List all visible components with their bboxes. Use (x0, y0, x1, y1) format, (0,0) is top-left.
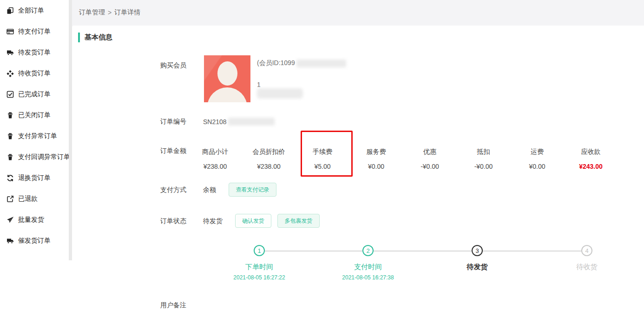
sidebar-item-batch-shipment[interactable]: 批量发货 (0, 209, 69, 230)
refresh-icon (7, 174, 14, 182)
step-timestamp: 2021-08-05 16:27:38 (317, 274, 419, 281)
user-remark-label: 用户备注 (160, 301, 186, 310)
step-circle: 3 (472, 245, 483, 256)
redacted-member-contact (257, 88, 303, 99)
avatar-torso-shape (207, 87, 247, 102)
amount-col-name: 服务费 (351, 147, 402, 156)
trash-icon (7, 153, 14, 161)
amount-col-value: ¥238.00 (243, 163, 295, 170)
send-icon (7, 216, 14, 224)
order-no-value: SN2108 (203, 118, 227, 126)
view-payment-records-button[interactable]: 查看支付记录 (229, 183, 276, 197)
redacted-member-id (296, 60, 346, 67)
amount-col-name: 应收款 (565, 147, 617, 156)
step-circle: 4 (581, 245, 592, 256)
step-label: 待发货 (426, 263, 528, 271)
sidebar-item-label: 已关闭订单 (18, 111, 51, 119)
amount-columns: 商品小计 ¥238.00 会员折扣价 ¥238.00 手续费 ¥5.00 服务费… (190, 147, 617, 170)
member-row-label: 购买会员 (160, 61, 186, 70)
sidebar-item-label: 已完成订单 (18, 90, 51, 99)
amount-col-deduction: 抵扣 -¥0.00 (458, 147, 509, 170)
section-title-text: 基本信息 (85, 33, 112, 42)
copy-icon (7, 7, 14, 14)
step-circle: 2 (362, 245, 374, 256)
member-id-text: (会员ID:1099 (257, 59, 295, 67)
amount-row-label: 订单金额 (160, 147, 186, 155)
step-order-time: 1 下单时间 2021-08-05 16:27:22 (208, 245, 310, 281)
amount-col-name: 商品小计 (190, 147, 241, 156)
amount-col-name: 运费 (512, 147, 563, 156)
step-pending-shipment: 3 待发货 (426, 245, 528, 274)
sidebar-item-label: 批量发货 (18, 216, 44, 224)
sidebar-item-returns[interactable]: 退换货订单 (0, 167, 69, 188)
step-timestamp: 2021-08-05 16:27:22 (208, 274, 310, 281)
section-title: 基本信息 (78, 33, 112, 42)
sidebar-item-pending-shipment[interactable]: 待发货订单 (0, 42, 69, 63)
payment-method-value: 余额 (203, 186, 216, 194)
sidebar-item-callback-exception[interactable]: 支付回调异常订单 (0, 146, 69, 167)
sidebar-item-payment-exception[interactable]: 支付异常订单 (0, 126, 69, 146)
sidebar-item-completed[interactable]: 已完成订单 (0, 84, 69, 105)
amount-col-discount: 优惠 -¥0.00 (404, 147, 455, 170)
step-label: 支付时间 (317, 263, 419, 271)
amount-col-subtotal: 商品小计 ¥238.00 (190, 147, 241, 170)
sidebar-item-label: 全部订单 (18, 7, 44, 15)
amount-col-value-receivable: ¥243.00 (565, 163, 617, 170)
sidebar-item-label: 退换货订单 (18, 174, 51, 182)
amount-col-value: ¥238.00 (190, 163, 241, 170)
sidebar-item-label: 待支付订单 (18, 27, 51, 36)
sidebar-item-refunded[interactable]: 已退款 (0, 188, 69, 209)
amount-col-name: 抵扣 (458, 147, 509, 156)
annotation-box (301, 131, 353, 177)
breadcrumb-order-detail: 订单详情 (114, 8, 140, 17)
checkbox-icon (7, 91, 14, 98)
sidebar-item-label: 催发货订单 (18, 237, 51, 245)
sidebar-item-label: 支付异常订单 (18, 132, 57, 140)
truck-icon (7, 237, 14, 245)
share-icon (7, 195, 14, 203)
amount-col-value: ¥0.00 (351, 163, 402, 170)
order-no-label: 订单编号 (160, 118, 186, 126)
order-no-row: SN2108 (203, 118, 275, 126)
sidebar-item-label: 支付回调异常订单 (18, 153, 69, 161)
main-area: 订单管理 > 订单详情 基本信息 购买会员 (会员ID:1099 1 (72, 0, 644, 311)
member-id-line: (会员ID:1099 (257, 59, 346, 67)
section-accent-bar (78, 33, 80, 42)
amount-col-value: -¥0.00 (404, 163, 455, 170)
step-pending-receipt: 4 待收货 (536, 245, 638, 274)
step-label: 待收货 (536, 263, 638, 271)
sidebar-item-urge-shipment[interactable]: 催发货订单 (0, 230, 69, 251)
sidebar-item-all-orders[interactable]: 全部订单 (0, 0, 69, 21)
payment-row-label: 支付方式 (160, 186, 186, 194)
status-row-label: 订单状态 (160, 217, 186, 225)
step-label: 下单时间 (208, 263, 310, 271)
trash-icon (7, 132, 14, 140)
sidebar-scrollbar-thumb[interactable] (69, 0, 72, 260)
sidebar-item-label: 待收货订单 (18, 69, 51, 78)
amount-col-name: 会员折扣价 (243, 147, 295, 156)
amount-col-member-discount: 会员折扣价 ¥238.00 (243, 147, 295, 170)
sidebar-item-pending-receipt[interactable]: 待收货订单 (0, 63, 69, 84)
sidebar-item-label: 已退款 (18, 195, 38, 203)
member-level-text: 1 (257, 80, 261, 89)
package-icon (7, 70, 14, 77)
amount-col-value: -¥0.00 (458, 163, 509, 170)
step-payment-time: 2 支付时间 2021-08-05 16:27:38 (317, 245, 419, 281)
amount-col-name: 优惠 (404, 147, 455, 156)
truck-icon (7, 49, 14, 56)
trash-icon (7, 112, 14, 119)
amount-col-receivable: 应收款 ¥243.00 (565, 147, 617, 170)
order-detail-page: 全部订单 待支付订单 待发货订单 待收货订单 已完成订单 已关闭订单 支付异常订… (0, 0, 644, 311)
order-status-value: 待发货 (203, 217, 223, 225)
multi-package-shipment-button[interactable]: 多包裹发货 (277, 214, 320, 228)
breadcrumb-order-management[interactable]: 订单管理 (79, 8, 105, 17)
breadcrumb-separator: > (108, 9, 112, 16)
sidebar-item-closed[interactable]: 已关闭订单 (0, 105, 69, 126)
avatar-head-shape (217, 61, 237, 86)
basic-info-card: 基本信息 购买会员 (会员ID:1099 1 订单编号 SN2108 (72, 26, 644, 311)
member-info: (会员ID:1099 1 (257, 58, 452, 119)
sidebar-scrollbar[interactable] (69, 0, 72, 311)
amount-col-shipping-fee: 运费 ¥0.00 (512, 147, 563, 170)
confirm-shipment-button[interactable]: 确认发货 (235, 214, 271, 228)
sidebar-item-pending-payment[interactable]: 待支付订单 (0, 21, 69, 42)
